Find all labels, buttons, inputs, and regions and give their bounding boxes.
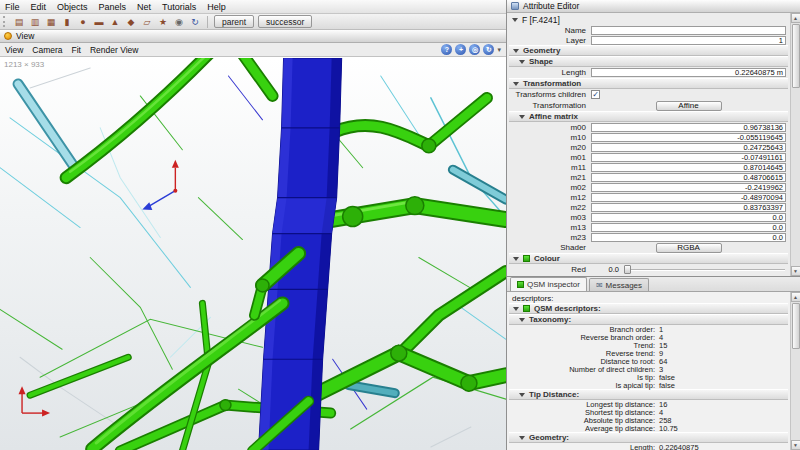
tab-messages[interactable]: ✉ Messages xyxy=(589,278,649,291)
rgba-button[interactable]: RGBA xyxy=(656,243,722,253)
cylinder-node-icon[interactable]: ▬ xyxy=(91,15,107,29)
section-colour[interactable]: Colour xyxy=(509,253,788,264)
name-input[interactable] xyxy=(591,26,786,35)
view-menu-camera[interactable]: Camera xyxy=(32,45,62,55)
parent-button[interactable]: parent xyxy=(214,15,254,28)
attribute-editor-header[interactable]: Attribute Editor xyxy=(507,0,800,13)
matrix-label: m03 xyxy=(509,213,591,222)
length-row: Length 0.22640875 m xyxy=(509,67,788,78)
section-qsm-geometry[interactable]: Geometry: xyxy=(509,432,788,443)
save-icon[interactable]: ▦ xyxy=(43,15,59,29)
toolbar-grip[interactable] xyxy=(3,16,7,27)
matrix-label: m22 xyxy=(509,203,591,212)
section-affine-matrix[interactable]: Affine matrix xyxy=(509,111,788,122)
menu-objects[interactable]: Objects xyxy=(57,2,88,12)
layer-input[interactable]: 1 xyxy=(591,36,786,45)
transforms-children-label: Transforms children xyxy=(509,90,591,99)
descriptor-label: Is apical tip: xyxy=(509,381,659,390)
menu-net[interactable]: Net xyxy=(137,2,151,12)
matrix-value-input[interactable]: 0.96738136 xyxy=(591,123,786,132)
cone-node-icon[interactable]: ▲ xyxy=(107,15,123,29)
open-icon[interactable]: ▥ xyxy=(27,15,43,29)
scrollbar-thumb[interactable] xyxy=(792,303,800,349)
matrix-row: m23 0.0 xyxy=(509,232,788,242)
menu-tutorials[interactable]: Tutorials xyxy=(162,2,196,12)
new-project-icon[interactable]: ▤ xyxy=(11,15,27,29)
refresh-icon[interactable]: ↻ xyxy=(187,15,203,29)
view-menu-fit[interactable]: Fit xyxy=(72,45,81,55)
matrix-value-input[interactable]: 0.0 xyxy=(591,213,786,222)
red-label: Red xyxy=(509,265,591,274)
matrix-row: m13 0.0 xyxy=(509,222,788,232)
scroll-up-icon[interactable]: ▲ xyxy=(791,292,800,302)
red-slider[interactable] xyxy=(624,264,785,275)
matrix-value-input[interactable]: 0.0 xyxy=(591,233,786,242)
matrix-label: m13 xyxy=(509,223,591,232)
section-tip-distance[interactable]: Tip Distance: xyxy=(509,389,788,400)
slider-thumb[interactable] xyxy=(624,265,631,274)
colour-swatch-icon xyxy=(523,255,530,262)
section-qsm-descriptors[interactable]: QSM descriptors: xyxy=(509,303,788,314)
attribute-editor-title: Attribute Editor xyxy=(523,1,579,11)
matrix-value-input[interactable]: 0.24725643 xyxy=(591,143,786,152)
section-transformation[interactable]: Transformation xyxy=(509,78,788,89)
scrollbar-thumb[interactable] xyxy=(792,24,800,88)
attribute-editor-scrollbar[interactable]: ▲ ▼ xyxy=(790,13,800,276)
affine-button[interactable]: Affine xyxy=(656,101,722,111)
qsm-descriptors-icon xyxy=(523,305,530,312)
menu-panels[interactable]: Panels xyxy=(99,2,127,12)
view-options-dropdown-icon[interactable]: ▾ xyxy=(497,46,501,54)
matrix-row: m20 0.24725643 xyxy=(509,142,788,152)
qsm-geometry-rows: Length: 0.22640875 Radius: xyxy=(509,443,788,450)
view-menu-render-view[interactable]: Render View xyxy=(90,45,139,55)
matrix-value-input[interactable]: -0.055119645 xyxy=(591,133,786,142)
object-header[interactable]: F [F.4241] xyxy=(509,14,788,25)
descriptor-row: Is apical tip: false xyxy=(509,381,788,389)
section-taxonomy[interactable]: Taxonomy: xyxy=(509,314,788,325)
successor-button[interactable]: successor xyxy=(258,15,312,28)
qsm-inspector-scrollbar[interactable]: ▲ ▼ xyxy=(790,292,800,450)
length-label: Length xyxy=(509,68,591,77)
descriptor-value: 0.22640875 xyxy=(659,443,699,450)
red-value[interactable]: 0.0 xyxy=(591,265,621,274)
pan-icon[interactable]: + xyxy=(455,44,466,55)
section-shape[interactable]: Shape xyxy=(509,56,788,67)
attribute-editor-body: F [F.4241] Name Layer 1 Geometry Shape xyxy=(507,13,800,276)
transforms-children-row: Transforms children ✓ xyxy=(509,89,788,100)
frustum-node-icon[interactable]: ◆ xyxy=(123,15,139,29)
camera-node-icon[interactable]: ◉ xyxy=(171,15,187,29)
length-input[interactable]: 0.22640875 m xyxy=(591,68,786,77)
orbit-icon[interactable]: ◎ xyxy=(469,44,480,55)
scroll-down-icon[interactable]: ▼ xyxy=(791,266,800,276)
menu-edit[interactable]: Edit xyxy=(31,2,47,12)
menu-help[interactable]: Help xyxy=(207,2,226,12)
help-icon[interactable]: ? xyxy=(441,44,452,55)
matrix-label: m20 xyxy=(509,143,591,152)
view-menu-view[interactable]: View xyxy=(5,45,23,55)
matrix-value-input[interactable]: 0.83763397 xyxy=(591,203,786,212)
tab-qsm-inspector[interactable]: QSM inspector xyxy=(510,277,587,291)
scroll-down-icon[interactable]: ▼ xyxy=(791,440,800,450)
descriptor-row: Length: 0.22640875 xyxy=(509,443,788,450)
red-row: Red 0.0 xyxy=(509,264,788,275)
scroll-up-icon[interactable]: ▲ xyxy=(791,13,800,23)
light-node-icon[interactable]: ★ xyxy=(155,15,171,29)
matrix-row: m11 0.87014645 xyxy=(509,162,788,172)
matrix-value-input[interactable]: -0.07491161 xyxy=(591,153,786,162)
sphere-node-icon[interactable]: ● xyxy=(75,15,91,29)
transforms-children-checkbox[interactable]: ✓ xyxy=(591,90,600,99)
matrix-value-input[interactable]: 0.48706615 xyxy=(591,173,786,182)
3d-viewport[interactable]: 1213 × 933 xyxy=(0,57,506,450)
collapse-icon xyxy=(519,393,525,397)
matrix-value-input[interactable]: 0.87014645 xyxy=(591,163,786,172)
view-panel-header[interactable]: View xyxy=(0,30,506,43)
expander-icon xyxy=(512,18,518,22)
matrix-value-input[interactable]: -0.2419962 xyxy=(591,183,786,192)
matrix-value-input[interactable]: -0.48970094 xyxy=(591,193,786,202)
matrix-value-input[interactable]: 0.0 xyxy=(591,223,786,232)
box-node-icon[interactable]: ▮ xyxy=(59,15,75,29)
refresh-icon[interactable]: ↻ xyxy=(483,44,494,55)
plane-node-icon[interactable]: ▱ xyxy=(139,15,155,29)
menu-file[interactable]: File xyxy=(5,2,20,12)
section-geometry[interactable]: Geometry xyxy=(509,45,788,56)
